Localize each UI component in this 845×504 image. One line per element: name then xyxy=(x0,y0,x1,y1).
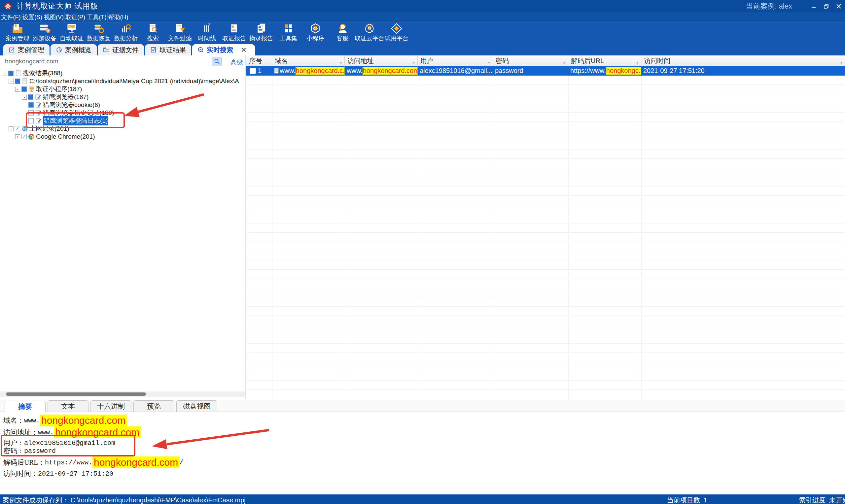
tree-item-web-records[interactable]: - ✓ 上网记录(201) xyxy=(8,125,69,133)
tab-disk-view[interactable]: 磁盘视图 xyxy=(176,400,217,412)
tab-case-overview[interactable]: 案例概览 xyxy=(51,44,97,55)
toolbar-support-button[interactable]: 客服 xyxy=(329,22,356,42)
filter-icon[interactable] xyxy=(562,59,566,67)
filter-icon[interactable] xyxy=(635,59,639,67)
toolbar-timeline-button[interactable]: 时间线 xyxy=(194,22,221,42)
toolbar-data-recovery-button[interactable]: 数据恢复 xyxy=(85,22,112,42)
toolbar-cloud-platform-button[interactable]: 取证云平台 xyxy=(356,22,383,42)
search-hit: hongkongcard.c... xyxy=(296,67,345,75)
toolbar-report-button[interactable]: 取证报告 xyxy=(221,22,248,42)
cell-domain: www.hongkongcard.c... xyxy=(272,66,345,76)
tab-hex[interactable]: 十六进制 xyxy=(90,400,131,412)
checkbox-partial[interactable] xyxy=(15,78,20,84)
document-tab-bar: 案例管理 案例概览 证据文件 取证结果 实时搜索 xyxy=(0,43,845,55)
folder-icon xyxy=(103,47,110,53)
tree-item-falcon-history[interactable]: 猎鹰浏览器历史记录(180) xyxy=(29,109,114,117)
table-row[interactable]: 1 www.hongkongcard.c... www.hongkongcard… xyxy=(246,66,845,76)
toolbar-case-manage-button[interactable]: 案例管理 xyxy=(4,22,31,42)
tab-live-search[interactable]: 实时搜索 xyxy=(192,44,255,55)
column-header-user[interactable]: 用户 xyxy=(418,56,493,66)
checkbox-empty[interactable] xyxy=(29,110,34,115)
restore-button[interactable] xyxy=(820,0,832,12)
filter-icon[interactable] xyxy=(487,59,491,67)
column-header-domain[interactable]: 域名 xyxy=(272,56,345,66)
results-tree: - 搜索结果(388) - C:\tools\quzhen\jiancai\In… xyxy=(0,68,245,392)
tree-item-falcon-cookie[interactable]: 猎鹰浏览器cookie(6) xyxy=(29,101,100,109)
tab-preview[interactable]: 预览 xyxy=(134,400,174,412)
checkbox-partial[interactable] xyxy=(28,94,33,100)
toolbar-toolbox-button[interactable]: 工具集 xyxy=(275,22,302,42)
window-title: 计算机取证大师 试用版 xyxy=(17,1,98,11)
collapse-icon[interactable]: - xyxy=(22,95,27,100)
toolbar-excerpt-report-button[interactable]: 摘录报告 xyxy=(248,22,275,42)
checkbox-empty[interactable] xyxy=(29,118,34,123)
close-icon xyxy=(836,4,841,9)
collapse-icon[interactable]: - xyxy=(2,71,7,76)
search-hit: hongkongcard.com xyxy=(363,67,418,75)
tab-case-manage[interactable]: 案例管理 xyxy=(3,44,50,55)
search-input[interactable] xyxy=(2,57,209,66)
filter-icon[interactable] xyxy=(839,59,843,67)
search-go-button[interactable] xyxy=(212,57,222,66)
tab-evidence-files[interactable]: 证据文件 xyxy=(98,44,144,55)
collapse-icon[interactable]: - xyxy=(8,126,14,131)
advanced-search-link[interactable]: 高级 xyxy=(230,58,243,67)
column-header-address[interactable]: 访问地址 xyxy=(345,56,418,66)
close-button[interactable] xyxy=(832,0,845,12)
status-bar: 案例文件成功保存到： C:\tools\quzhen\quzhengdashi\… xyxy=(0,494,845,504)
tree-item-falcon-login-log[interactable]: 猎鹰浏览器登陆日志(1) xyxy=(29,117,108,125)
app-logo-icon xyxy=(3,2,13,11)
document-icon xyxy=(21,78,28,85)
menu-tools[interactable]: 工具(T) xyxy=(86,12,108,22)
checkbox-partial[interactable] xyxy=(8,71,14,76)
application-window: 计算机取证大师 试用版 当前案例: alex 文件(F) 设置(S) 视图(V)… xyxy=(0,0,845,504)
tree-item-google-chrome[interactable]: + ✓ Google Chrome(201) xyxy=(15,133,95,141)
tab-forensics-results[interactable]: 取证结果 xyxy=(145,44,191,55)
expand-icon[interactable]: + xyxy=(15,134,20,139)
checkbox-partial[interactable] xyxy=(21,87,27,92)
filter-icon[interactable] xyxy=(339,59,343,67)
tab-text[interactable]: 文本 xyxy=(48,400,88,412)
current-case-label: 当前案例: alex xyxy=(745,1,792,11)
menu-file[interactable]: 文件(F) xyxy=(0,12,22,22)
timeline-icon xyxy=(200,23,214,34)
search-hit: hongkongc... xyxy=(606,67,641,75)
menu-settings[interactable]: 设置(S) xyxy=(22,12,43,22)
toolbar-data-analysis-button[interactable]: 数据分析 xyxy=(112,22,139,42)
toolbar-auto-forensics-button[interactable]: AUTO 自动取证 xyxy=(58,22,85,42)
tab-close-button[interactable] xyxy=(241,47,250,53)
tree-item-falcon-browser[interactable]: - 猎鹰浏览器(187) xyxy=(22,93,88,101)
tree-item-search-results[interactable]: - 搜索结果(388) xyxy=(2,69,63,77)
status-project-count: 当前项目数: 1 xyxy=(667,496,707,504)
excerpt-report-icon xyxy=(254,23,268,34)
checkbox-checked[interactable]: ✓ xyxy=(21,134,27,139)
minimize-icon xyxy=(811,4,816,9)
toolbar-add-device-button[interactable]: 添加设备 xyxy=(31,22,58,42)
toolbar-applet-button[interactable]: 小程序 xyxy=(302,22,329,42)
collapse-icon[interactable]: - xyxy=(15,87,20,92)
menu-view[interactable]: 视图(V) xyxy=(43,12,65,22)
toolbar-file-filter-button[interactable]: 文件过滤 xyxy=(166,22,194,42)
column-header-decoded-url[interactable]: 解码后URL xyxy=(568,56,641,66)
column-header-visit-time[interactable]: 访问时间 xyxy=(641,56,845,66)
minimize-button[interactable] xyxy=(807,0,820,12)
row-checkbox[interactable] xyxy=(250,68,256,74)
toolbar-trial-platform-button[interactable]: 试用平台 xyxy=(383,22,410,42)
collapse-icon[interactable]: - xyxy=(8,79,14,84)
column-header-password[interactable]: 密码 xyxy=(493,56,568,66)
filter-icon[interactable] xyxy=(412,59,416,67)
close-icon xyxy=(241,47,247,53)
checkbox-partial[interactable] xyxy=(29,102,34,108)
column-header-index[interactable]: 序号 xyxy=(246,56,272,66)
checkbox-checked[interactable]: ✓ xyxy=(15,126,20,131)
tree-item-forensics-applet[interactable]: - 取证小程序(187) xyxy=(15,85,82,93)
summary-password: 密码：password xyxy=(3,447,56,455)
tab-summary[interactable]: 摘要 xyxy=(5,401,46,412)
restore-icon xyxy=(824,4,829,9)
menu-help[interactable]: 帮助(H) xyxy=(108,12,129,22)
applet-icon xyxy=(28,86,35,92)
menu-forensics[interactable]: 取证(P) xyxy=(65,12,86,22)
tree-hscrollbar-thumb[interactable] xyxy=(6,393,146,396)
tree-item-image-path[interactable]: - C:\tools\quzhen\jiancai\Individual\Mei… xyxy=(8,77,245,85)
toolbar-search-button[interactable]: 搜索 xyxy=(139,22,166,42)
